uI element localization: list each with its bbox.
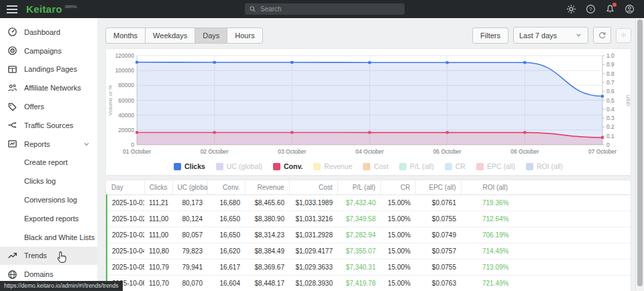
svg-text:07 October: 07 October	[588, 148, 616, 155]
chart-legend: ClicksUC (global)Conv.RevenueCostP/L (al…	[106, 162, 631, 170]
sidebar-item-black-and-white-lists[interactable]: Black and White Lists	[0, 228, 97, 247]
legend-item-cost[interactable]: Cost	[363, 162, 388, 170]
sidebar-item-clicks-log[interactable]: Clicks log	[0, 172, 97, 190]
table-cell-cr: 15.00%	[380, 227, 415, 243]
table-cell-clicks: 110,79	[144, 259, 172, 276]
date-range-select[interactable]: Last 7 days	[513, 27, 588, 44]
column-header-p-l-all[interactable]: P/L (all)	[337, 180, 380, 195]
table-cell-p-l-all: $7,355.07	[337, 243, 380, 259]
svg-text:0.1: 0.1	[606, 133, 614, 139]
legend-item-cr[interactable]: CR	[445, 162, 466, 170]
split-icon	[7, 120, 17, 130]
sidebar-item-conversions-log[interactable]: Conversions log	[0, 190, 97, 209]
report-settings-button[interactable]	[616, 28, 631, 43]
hamburger-menu-icon[interactable]	[6, 5, 18, 14]
tab-days[interactable]: Days	[195, 27, 227, 44]
sidebar-item-landings-pages[interactable]: Landings Pages	[0, 60, 97, 79]
table-cell-cr: 15.00%	[380, 211, 415, 227]
trends-table: DayClicksUC (global)Conv.RevenueCostP/L …	[106, 180, 631, 291]
column-header-revenue[interactable]: Revenue	[245, 180, 289, 195]
sidebar-item-label: Domains	[24, 270, 53, 278]
help-icon[interactable]: ?	[586, 4, 596, 14]
sidebar-item-dashboard[interactable]: Dashboard	[0, 23, 97, 42]
sidebar-item-create-report[interactable]: Create report	[0, 154, 97, 172]
sidebar-item-label: Affiliate Networks	[24, 84, 81, 92]
legend-item-roi-all[interactable]: ROI (all)	[526, 162, 563, 170]
column-header-day[interactable]: Day	[107, 180, 144, 195]
table-cell-cr: 15.00%	[380, 243, 415, 259]
vertical-scrollbar[interactable]	[635, 18, 644, 291]
legend-swatch	[399, 163, 407, 170]
sidebar-item-offers[interactable]: Offers	[0, 97, 97, 116]
table-cell-conv: 16,650	[207, 227, 245, 243]
scrollbar-thumb[interactable]	[637, 19, 643, 286]
table-row: 2025-10-06110,7080,07016,604$8,448.17$1,…	[107, 276, 631, 291]
table-row: 2025-10-02111,0080,12416,650$8,380.90$1,…	[107, 211, 631, 227]
legend-swatch	[216, 163, 223, 170]
svg-text:0.3: 0.3	[606, 115, 614, 121]
globe-icon	[7, 270, 17, 280]
svg-text:Volume or %: Volume or %	[107, 85, 113, 115]
column-header-clicks[interactable]: Clicks	[144, 180, 172, 195]
sidebar-item-reports[interactable]: Reports	[0, 135, 97, 154]
trends-icon	[7, 251, 17, 261]
column-header-cr[interactable]: CR	[380, 180, 415, 195]
legend-item-conv[interactable]: Conv.	[273, 162, 303, 170]
legend-label: Clicks	[184, 162, 205, 170]
svg-text:20000: 20000	[118, 127, 134, 133]
tab-hours[interactable]: Hours	[227, 27, 262, 44]
table-cell-roi-all: 706.19%	[461, 227, 631, 243]
column-header-cost[interactable]: Cost	[289, 180, 337, 195]
gear-icon	[621, 31, 627, 40]
trends-chart[interactable]: 02000040000600008000010000012000000.10.2…	[106, 50, 632, 162]
sidebar-item-label: Create report	[24, 158, 68, 166]
table-cell-conv: 16,620	[207, 243, 245, 259]
sidebar-item-label: Traffic Sources	[24, 121, 73, 129]
svg-text:02 October: 02 October	[201, 148, 229, 155]
column-header-uc-global[interactable]: UC (global)	[172, 180, 207, 195]
legend-item-uc-global[interactable]: UC (global)	[216, 162, 262, 170]
sidebar-item-campaigns[interactable]: Campaigns	[0, 42, 97, 60]
sidebar-item-label: Campaigns	[24, 47, 62, 55]
legend-item-p-l-all[interactable]: P/L (all)	[399, 162, 434, 170]
table-cell-cost: $1,031.3216	[289, 211, 337, 227]
topbar-icons: ?	[566, 0, 635, 18]
legend-item-clicks[interactable]: Clicks	[174, 162, 205, 170]
dashboard-icon	[7, 27, 17, 37]
sidebar-item-exported-reports[interactable]: Exported reports	[0, 209, 97, 228]
legend-label: Revenue	[324, 162, 352, 170]
column-header-roi-all[interactable]: ROI (all)	[461, 180, 631, 195]
column-header-epc-all[interactable]: EPC (all)	[415, 180, 461, 195]
app-logo[interactable]: Keitaro	[26, 3, 62, 15]
svg-text:80000: 80000	[118, 82, 134, 89]
column-header-conv[interactable]: Conv.	[207, 180, 245, 195]
table-cell-cr: 15.00%	[380, 276, 415, 291]
bell-icon[interactable]	[605, 4, 615, 14]
svg-text:0: 0	[131, 141, 134, 148]
table-cell-epc-all: $0.0761	[415, 195, 461, 211]
table-header-row: DayClicksUC (global)Conv.RevenueCostP/L …	[107, 180, 631, 195]
table-cell-cost: $1,028.3930	[289, 276, 337, 291]
table-cell-revenue: $8,384.49	[245, 243, 289, 259]
trends-table-card: DayClicksUC (global)Conv.RevenueCostP/L …	[105, 180, 631, 291]
trends-chart-card: 02000040000600008000010000012000000.10.2…	[105, 48, 631, 176]
table-cell-cost: $1,031.2928	[289, 227, 337, 243]
account-icon[interactable]	[625, 4, 635, 14]
table-cell-revenue: $8,369.67	[245, 259, 289, 276]
sidebar-item-traffic-sources[interactable]: Traffic Sources	[0, 116, 97, 135]
legend-swatch	[313, 163, 321, 170]
search-input[interactable]: Search	[245, 3, 405, 15]
tab-months[interactable]: Months	[105, 27, 146, 44]
sidebar-item-affiliate-networks[interactable]: Affiliate Networks	[0, 78, 97, 97]
gear-icon[interactable]	[566, 4, 576, 14]
refresh-button[interactable]	[593, 27, 611, 44]
legend-item-revenue[interactable]: Revenue	[313, 162, 352, 170]
tab-weekdays[interactable]: Weekdays	[145, 27, 195, 44]
sidebar-item-trends[interactable]: Trends	[0, 247, 97, 266]
svg-text:06 October: 06 October	[511, 148, 539, 155]
notification-dot	[612, 3, 616, 7]
table-cell-epc-all: $0.0755	[415, 211, 461, 227]
filters-button[interactable]: Filters	[472, 27, 508, 44]
legend-item-epc-all[interactable]: EPC (all)	[476, 162, 515, 170]
chevron-down-icon	[575, 32, 582, 39]
